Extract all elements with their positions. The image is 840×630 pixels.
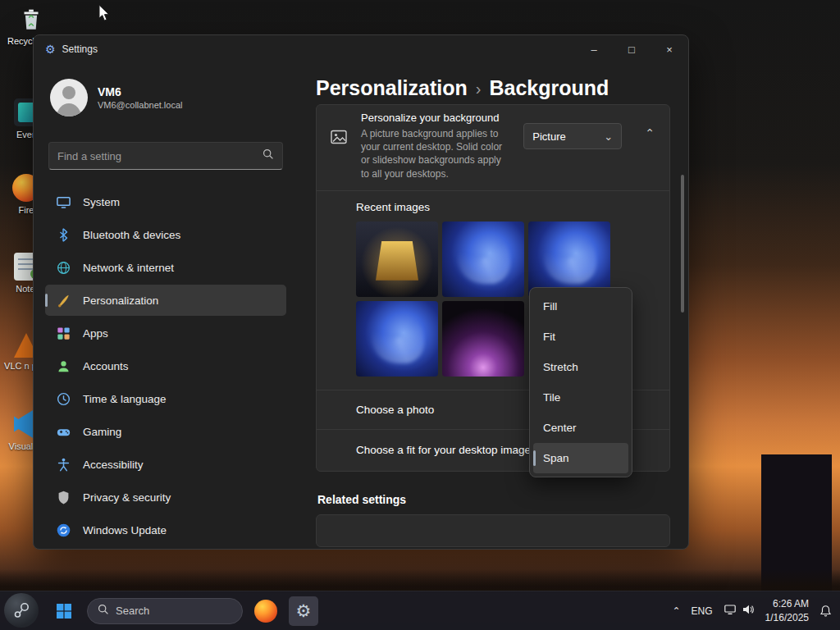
recent-image-thumbnail[interactable] (442, 301, 524, 377)
settings-search[interactable] (48, 142, 283, 170)
setting-title: Personalize your background (361, 112, 510, 124)
steam-icon[interactable] (4, 593, 39, 628)
person-icon (55, 358, 71, 374)
recent-images-label: Recent images (356, 201, 656, 213)
sidebar-item-accounts[interactable]: Accounts (45, 350, 286, 381)
user-email: VM6@collabnet.local (98, 100, 183, 110)
sidebar-item-windows-update[interactable]: Windows Update (45, 514, 286, 546)
sidebar-item-accessibility[interactable]: Accessibility (45, 449, 286, 480)
fit-option-center[interactable]: Center (533, 413, 628, 443)
update-icon (55, 522, 71, 538)
personalize-background-row[interactable]: Personalize your background A picture ba… (317, 105, 669, 190)
settings-app-icon: ⚙ (45, 43, 56, 56)
taskbar-settings-button[interactable]: ⚙ (289, 596, 318, 626)
sidebar-item-time-language[interactable]: Time & language (45, 383, 286, 414)
notifications-bell-icon[interactable] (819, 605, 832, 618)
recent-image-thumbnail[interactable] (442, 221, 524, 297)
system-tray: ⌃ ENG 6:26 AM 1/16/2025 (673, 597, 840, 623)
desktop-icon-label: Fire (19, 205, 34, 217)
collapse-section-button[interactable]: ⌃ (645, 126, 655, 139)
fit-option-stretch[interactable]: Stretch (533, 352, 628, 382)
background-type-dropdown[interactable]: Picture ⌄ (523, 123, 622, 149)
minimize-button[interactable]: – (575, 35, 613, 63)
fit-option-span[interactable]: Span (533, 443, 628, 473)
taskbar: Search ⚙ ⌃ ENG 6:26 AM 1/16/2025 (0, 591, 840, 630)
gear-icon: ⚙ (296, 601, 312, 621)
tray-date: 1/16/2025 (765, 611, 809, 624)
settings-sidebar: VM6 VM6@collabnet.local System (34, 63, 298, 549)
tray-time: 6:26 AM (765, 597, 809, 610)
desktop: Recycle Bin Every Fire Notep VLC n play … (0, 0, 840, 630)
chevron-up-icon: ⌃ (645, 126, 655, 139)
sidebar-item-privacy-security[interactable]: Privacy & security (45, 482, 286, 513)
breadcrumb-personalization[interactable]: Personalization (316, 76, 468, 100)
taskbar-search[interactable]: Search (87, 598, 243, 624)
background-ground (0, 569, 840, 591)
paintbrush-icon (55, 292, 71, 308)
recent-image-thumbnail[interactable] (356, 221, 438, 297)
maximize-button[interactable]: □ (613, 35, 651, 63)
bluetooth-icon (55, 226, 71, 243)
language-indicator[interactable]: ENG (692, 605, 713, 617)
fit-option-fill[interactable]: Fill (533, 291, 628, 322)
picture-icon (330, 128, 348, 149)
sidebar-item-bluetooth-devices[interactable]: Bluetooth & devices (45, 219, 286, 250)
gamepad-icon (55, 423, 71, 440)
breadcrumb: Personalization › Background (316, 76, 670, 100)
recycle-bin-icon (17, 5, 45, 33)
taskbar-firefox-button[interactable] (251, 596, 281, 626)
window-controls: – □ × (575, 35, 688, 63)
sidebar-item-network-internet[interactable]: Network & internet (45, 252, 286, 283)
fit-option-tile[interactable]: Tile (533, 382, 628, 413)
recent-image-thumbnail[interactable] (356, 301, 438, 377)
taskbar-clock[interactable]: 6:26 AM 1/16/2025 (765, 597, 809, 623)
fit-options-menu: Fill Fit Stretch Tile Center Span (529, 287, 632, 477)
volume-icon (742, 603, 755, 619)
clock-icon (55, 390, 71, 407)
accessibility-icon (55, 456, 71, 472)
window-title: Settings (62, 43, 98, 55)
globe-icon (55, 259, 71, 276)
page-title: Background (489, 76, 609, 100)
windows-logo-icon (57, 604, 71, 619)
chevron-right-icon: › (476, 78, 482, 98)
sidebar-item-personalization[interactable]: Personalization (45, 285, 286, 316)
start-button[interactable] (49, 596, 79, 626)
mouse-cursor-icon (97, 4, 112, 25)
apps-grid-icon (55, 325, 71, 341)
choose-photo-label: Choose a photo (356, 404, 434, 416)
user-name: VM6 (98, 85, 183, 98)
fit-option-fit[interactable]: Fit (533, 322, 628, 352)
scrollbar[interactable] (681, 142, 684, 539)
recent-image-thumbnail[interactable] (528, 221, 610, 297)
search-input[interactable] (57, 150, 256, 162)
shield-icon (55, 489, 71, 505)
choose-fit-label: Choose a fit for your desktop image (356, 443, 549, 458)
taskbar-search-label: Search (116, 605, 149, 617)
sidebar-item-apps[interactable]: Apps (45, 317, 286, 349)
dropdown-value: Picture (532, 130, 565, 143)
chevron-down-icon: ⌄ (604, 130, 613, 143)
search-icon (262, 148, 274, 163)
scrollbar-thumb[interactable] (681, 175, 684, 313)
settings-nav: System Bluetooth & devices Network & int… (45, 186, 286, 546)
sidebar-item-system[interactable]: System (45, 186, 286, 217)
avatar (50, 79, 88, 116)
search-icon (98, 604, 109, 618)
taskbar-apps: Search ⚙ (49, 596, 318, 626)
setting-description: A picture background applies to your cur… (361, 127, 510, 180)
sidebar-item-gaming[interactable]: Gaming (45, 416, 286, 447)
hidden-icons-chevron-icon[interactable]: ⌃ (673, 605, 681, 617)
account-summary[interactable]: VM6 VM6@collabnet.local (45, 75, 286, 121)
close-button[interactable]: × (651, 35, 688, 63)
related-settings-card[interactable] (316, 514, 670, 547)
related-settings-heading: Related settings (317, 493, 670, 506)
network-icon (724, 603, 737, 619)
tray-status-icons[interactable] (724, 603, 755, 619)
titlebar[interactable]: ⚙ Settings – □ × (34, 35, 688, 63)
firefox-icon (254, 600, 277, 623)
system-icon (55, 194, 71, 210)
